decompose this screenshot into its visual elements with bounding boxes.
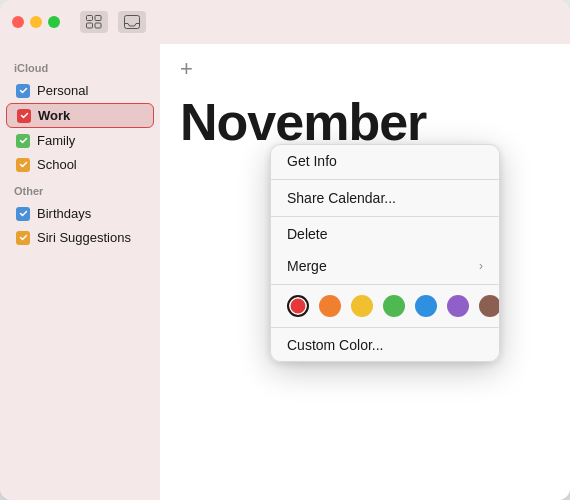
sidebar-item-school[interactable]: School <box>6 153 154 176</box>
menu-item-merge[interactable]: Merge › <box>271 250 499 282</box>
inbox-icon[interactable] <box>118 11 146 33</box>
color-red[interactable] <box>287 295 309 317</box>
custom-color-label: Custom Color... <box>287 337 383 353</box>
month-title: November <box>180 92 550 152</box>
color-yellow[interactable] <box>351 295 373 317</box>
merge-submenu-icon: › <box>479 259 483 273</box>
menu-separator-2 <box>271 216 499 217</box>
calendar-header: + <box>180 56 550 82</box>
share-calendar-label: Share Calendar... <box>287 190 396 206</box>
family-label: Family <box>37 133 75 148</box>
maximize-button[interactable] <box>48 16 60 28</box>
color-brown[interactable] <box>479 295 500 317</box>
color-green[interactable] <box>383 295 405 317</box>
minimize-button[interactable] <box>30 16 42 28</box>
calendar-grid-icon[interactable] <box>80 11 108 33</box>
personal-checkbox[interactable] <box>16 84 30 98</box>
delete-label: Delete <box>287 226 327 242</box>
svg-rect-3 <box>95 23 101 28</box>
family-checkbox[interactable] <box>16 134 30 148</box>
title-bar <box>0 0 570 44</box>
traffic-lights <box>12 16 60 28</box>
birthdays-checkbox[interactable] <box>16 207 30 221</box>
menu-item-custom-color[interactable]: Custom Color... <box>271 329 499 361</box>
siri-checkbox[interactable] <box>16 231 30 245</box>
color-blue[interactable] <box>415 295 437 317</box>
sidebar-item-siri[interactable]: Siri Suggestions <box>6 226 154 249</box>
app-window: iCloud Personal Work Family <box>0 0 570 500</box>
other-section-label: Other <box>0 177 160 201</box>
menu-separator-4 <box>271 327 499 328</box>
svg-rect-0 <box>87 16 93 21</box>
school-checkbox[interactable] <box>16 158 30 172</box>
merge-label: Merge <box>287 258 327 274</box>
menu-item-get-info[interactable]: Get Info <box>271 145 499 177</box>
add-event-button[interactable]: + <box>180 56 193 82</box>
get-info-label: Get Info <box>287 153 337 169</box>
color-picker-row <box>271 287 499 325</box>
sidebar-item-birthdays[interactable]: Birthdays <box>6 202 154 225</box>
color-orange[interactable] <box>319 295 341 317</box>
close-button[interactable] <box>12 16 24 28</box>
school-label: School <box>37 157 77 172</box>
siri-label: Siri Suggestions <box>37 230 131 245</box>
sidebar-item-personal[interactable]: Personal <box>6 79 154 102</box>
svg-rect-2 <box>87 23 93 28</box>
sidebar-item-work[interactable]: Work <box>6 103 154 128</box>
personal-label: Personal <box>37 83 88 98</box>
calendar-main: + November Get Info Share Calendar... De… <box>160 44 570 500</box>
menu-item-delete[interactable]: Delete <box>271 218 499 250</box>
sidebar-item-family[interactable]: Family <box>6 129 154 152</box>
icloud-section-label: iCloud <box>0 54 160 78</box>
work-checkbox[interactable] <box>17 109 31 123</box>
context-menu: Get Info Share Calendar... Delete Merge … <box>270 144 500 362</box>
menu-separator-3 <box>271 284 499 285</box>
svg-rect-1 <box>95 16 101 21</box>
menu-item-share-calendar[interactable]: Share Calendar... <box>271 182 499 214</box>
svg-rect-4 <box>125 16 140 29</box>
main-area: iCloud Personal Work Family <box>0 44 570 500</box>
color-purple[interactable] <box>447 295 469 317</box>
work-label: Work <box>38 108 70 123</box>
toolbar-icons <box>80 11 146 33</box>
birthdays-label: Birthdays <box>37 206 91 221</box>
sidebar: iCloud Personal Work Family <box>0 44 160 500</box>
menu-separator-1 <box>271 179 499 180</box>
